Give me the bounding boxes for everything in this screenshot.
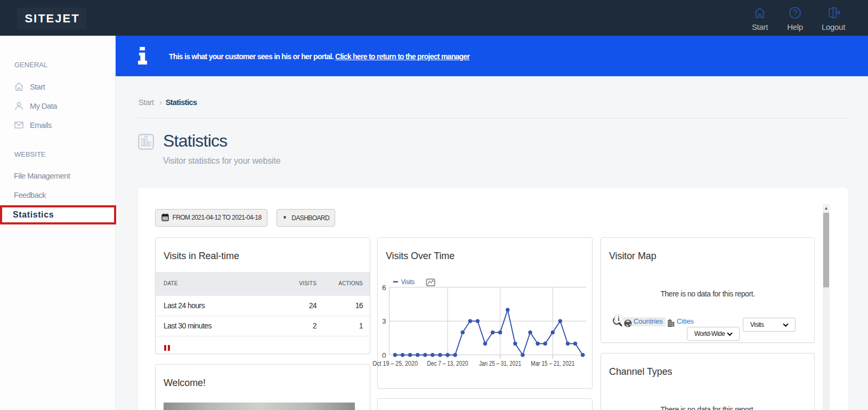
svg-text:Dec 7 – 13, 2020: Dec 7 – 13, 2020 <box>427 359 468 367</box>
svg-text:Jan 25 – 31, 2021: Jan 25 – 31, 2021 <box>479 359 521 367</box>
svg-text:Visits: Visits <box>401 278 415 286</box>
svg-text:Oct 19 – 25, 2020: Oct 19 – 25, 2020 <box>372 359 418 367</box>
svg-text:6: 6 <box>382 284 386 292</box>
svg-text:3: 3 <box>382 317 386 325</box>
svg-text:0: 0 <box>382 351 386 359</box>
svg-text:Mar 15 – 21, 2021: Mar 15 – 21, 2021 <box>531 359 574 367</box>
